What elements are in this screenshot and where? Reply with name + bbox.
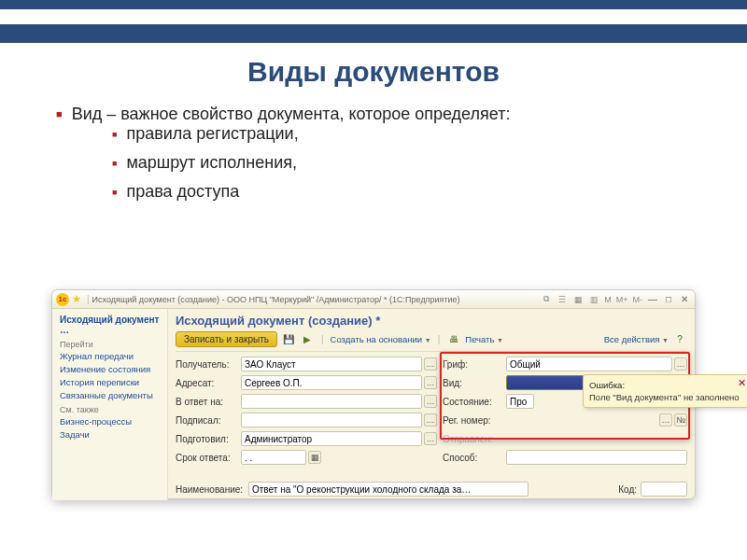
reply-input[interactable] <box>241 394 422 409</box>
zoom-m-plus[interactable]: M+ <box>615 295 629 304</box>
signed-picker[interactable]: … <box>424 413 437 427</box>
name-input[interactable]: Ответ на "О реконструкции холодного скла… <box>248 482 529 497</box>
main-pane: Исходящий документ (создание) * Записать… <box>168 309 695 500</box>
kod-input[interactable] <box>641 482 687 497</box>
minimize-button[interactable]: — <box>646 293 659 306</box>
method-label: Способ: <box>443 453 506 463</box>
sent-label: Отправлен: <box>443 434 506 444</box>
tooltip-close-icon[interactable]: ✕ <box>738 377 746 389</box>
form-right-column: Гриф: Общий … Вид: … Состояние: Про Р <box>443 356 687 468</box>
form-left-column: Получатель: ЗАО Клауст … Адресат: Сергее… <box>176 356 437 468</box>
recipient-input[interactable]: ЗАО Клауст <box>241 357 422 371</box>
logo-1c-icon: 1c <box>56 293 69 306</box>
deadline-label: Срок ответа: <box>176 453 241 463</box>
regnum-label: Рег. номер: <box>443 415 506 426</box>
state-label: Состояние: <box>443 397 506 407</box>
regnum-assign-button[interactable]: № <box>674 413 687 427</box>
sidebar-link-state-change[interactable]: Изменение состояния <box>60 364 160 374</box>
maximize-button[interactable]: □ <box>662 293 675 306</box>
zoom-m[interactable]: M <box>603 295 613 304</box>
state-input[interactable]: Про <box>506 394 534 409</box>
sidebar-link-history[interactable]: История переписки <box>60 377 160 387</box>
sidebar-heading: Исходящий документ … <box>60 315 160 335</box>
post-icon[interactable]: ▶ <box>300 332 315 347</box>
sidebar-link-journal[interactable]: Журнал передачи <box>60 351 160 361</box>
create-based-link[interactable]: Создать на основании ▼ <box>331 334 431 344</box>
titlebar-tool-1-icon[interactable]: ⧉ <box>540 293 553 306</box>
help-icon[interactable]: ? <box>672 332 687 347</box>
titlebar: 1c ★ | Исходящий документ (создание) - О… <box>52 290 695 309</box>
addressee-picker[interactable]: … <box>424 376 437 389</box>
favorite-icon[interactable]: ★ <box>72 293 81 305</box>
sidebar: Исходящий документ … Перейти Журнал пере… <box>52 309 168 500</box>
name-label: Наименование: <box>176 484 248 495</box>
slide-title: Виды документов <box>0 56 747 88</box>
sidebar-seealso-label: См. также <box>60 405 160 414</box>
method-input[interactable] <box>506 450 687 465</box>
tooltip-body: Поле "Вид документа" не заполнено <box>589 392 744 402</box>
prepared-input[interactable]: Администратор <box>241 431 422 446</box>
document-title: Исходящий документ (создание) * <box>176 314 687 328</box>
save-icon[interactable]: 💾 <box>281 332 296 347</box>
vid-label: Вид: <box>443 378 506 388</box>
window-title: Исходящий документ (создание) - ООО НПЦ … <box>92 295 460 304</box>
grif-label: Гриф: <box>443 359 506 370</box>
kod-label: Код: <box>618 484 637 495</box>
prepared-picker[interactable]: … <box>424 432 437 445</box>
all-actions-link[interactable]: Все действия ▼ <box>604 334 669 344</box>
titlebar-tool-2-icon[interactable]: ☰ <box>556 293 569 306</box>
recipient-picker[interactable]: … <box>424 357 437 371</box>
slide-top-strip <box>0 0 747 9</box>
bullet-sub-2: маршрут исполнения, <box>112 153 691 173</box>
titlebar-divider: | <box>87 294 90 304</box>
sidebar-goto-label: Перейти <box>60 340 160 349</box>
close-button[interactable]: ✕ <box>678 293 691 306</box>
grif-input[interactable]: Общий <box>506 357 672 371</box>
save-and-close-button[interactable]: Записать и закрыть <box>176 331 277 347</box>
signed-label: Подписал: <box>176 415 241 426</box>
bullet-sub-1: правила регистрации, <box>112 124 691 144</box>
reply-picker[interactable]: … <box>424 395 437 408</box>
zoom-m-minus[interactable]: M- <box>632 295 644 304</box>
signed-input[interactable] <box>241 413 422 427</box>
grif-picker[interactable]: … <box>674 357 687 371</box>
titlebar-calendar-icon[interactable]: ▥ <box>587 293 600 306</box>
sidebar-link-bp[interactable]: Бизнес-процессы <box>60 416 160 427</box>
print-icon[interactable]: 🖶 <box>446 332 461 347</box>
sidebar-link-tasks[interactable]: Задачи <box>60 429 160 440</box>
bullet-lead: Вид – важное свойство документа, которое… <box>56 105 691 124</box>
print-link[interactable]: Печать ▼ <box>465 334 503 344</box>
slide-bullets: Вид – важное свойство документа, которое… <box>56 105 691 202</box>
validation-tooltip: ✕ Ошибка: Поле "Вид документа" не заполн… <box>583 374 747 408</box>
recipient-label: Получатель: <box>176 359 241 370</box>
reply-label: В ответ на: <box>176 397 241 407</box>
deadline-input[interactable]: . . <box>241 450 306 465</box>
app-window: 1c ★ | Исходящий документ (создание) - О… <box>51 289 696 499</box>
tooltip-title: Ошибка: <box>589 380 744 390</box>
regnum-picker[interactable]: … <box>659 413 672 427</box>
deadline-calendar-icon[interactable]: ▦ <box>308 451 321 464</box>
bullet-sub-3: права доступа <box>112 182 691 202</box>
footer-row: Наименование: Ответ на "О реконструкции … <box>176 482 687 497</box>
addressee-input[interactable]: Сергеев О.П. <box>241 375 422 390</box>
toolbar: Записать и закрыть 💾 ▶ | Создать на осно… <box>176 331 687 352</box>
addressee-label: Адресат: <box>176 378 241 388</box>
prepared-label: Подготовил: <box>176 434 241 444</box>
slide-banner <box>0 24 747 43</box>
titlebar-calc-icon[interactable]: ▦ <box>571 293 585 306</box>
sidebar-link-related[interactable]: Связанные документы <box>60 390 160 400</box>
